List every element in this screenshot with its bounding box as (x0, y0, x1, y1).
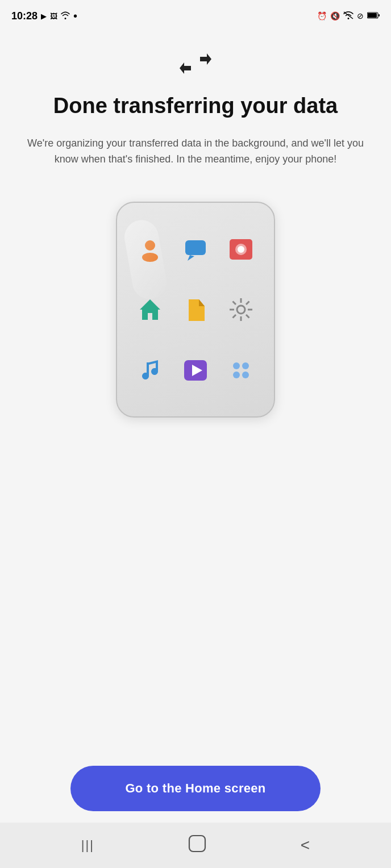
svg-marker-7 (188, 255, 194, 261)
mute-icon: 🔇 (330, 11, 340, 20)
svg-marker-11 (140, 299, 160, 320)
main-content: Done transferring your data We're organi… (0, 30, 391, 749)
settings-icon (225, 294, 257, 326)
phone-illustration (116, 202, 275, 418)
svg-rect-6 (185, 240, 206, 255)
status-time: 10:28 (11, 10, 38, 22)
status-left: 10:28 ▶ 🖼 • (11, 10, 77, 22)
nav-bar: ||| < (0, 823, 391, 868)
svg-line-17 (233, 302, 236, 305)
svg-line-18 (246, 315, 249, 318)
video-icon (180, 354, 211, 386)
svg-rect-2 (368, 13, 377, 18)
no-sign-icon: ⊘ (357, 11, 364, 20)
svg-rect-27 (189, 836, 205, 852)
svg-point-23 (233, 362, 240, 369)
main-subtitle: We're organizing your transferred data i… (23, 135, 368, 168)
photo-icon (225, 233, 257, 265)
battery-icon (367, 12, 380, 20)
status-right: ⏰ 🔇 ⊘ (317, 11, 380, 21)
alarm-icon: ⏰ (317, 11, 327, 20)
file-icon (180, 294, 211, 326)
chat-icon (180, 233, 211, 265)
transfer-icon-wrap (180, 52, 211, 77)
home-button[interactable] (188, 834, 206, 857)
main-title: Done transferring your data (53, 93, 338, 119)
back-button[interactable]: < (301, 836, 310, 854)
svg-line-20 (233, 315, 236, 318)
image-icon: 🖼 (50, 12, 57, 20)
transfer-arrows-icon (180, 52, 211, 75)
svg-line-19 (246, 302, 249, 305)
svg-point-26 (242, 372, 249, 378)
svg-point-24 (242, 362, 249, 369)
svg-rect-3 (378, 14, 380, 16)
music-icon (134, 354, 166, 386)
svg-point-10 (238, 246, 244, 253)
dot-icon: • (73, 10, 77, 22)
go-to-home-screen-button[interactable]: Go to the Home screen (70, 766, 321, 811)
wifi-icon (343, 11, 353, 21)
bottom-section: Go to the Home screen (0, 749, 391, 823)
wifi-small-icon (61, 11, 70, 21)
status-bar: 10:28 ▶ 🖼 • ⏰ 🔇 ⊘ (0, 0, 391, 30)
svg-point-25 (233, 372, 240, 378)
svg-point-12 (237, 306, 245, 314)
apps-icon (225, 354, 257, 386)
recents-button[interactable]: ||| (81, 838, 94, 853)
play-icon: ▶ (41, 12, 47, 20)
